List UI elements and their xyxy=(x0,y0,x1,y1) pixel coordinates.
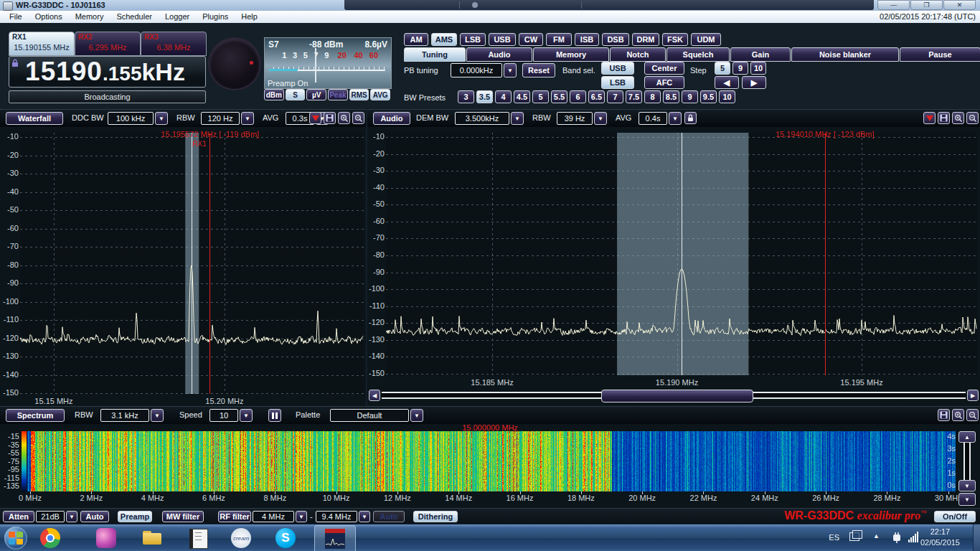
right-rbw-dropdown[interactable]: ▼ xyxy=(594,112,607,125)
minimize-button[interactable]: — xyxy=(877,0,910,10)
mode-dsb[interactable]: DSB xyxy=(602,33,629,46)
right-avg-value[interactable]: 0.4s xyxy=(639,112,667,125)
menu-item-options[interactable]: Options xyxy=(29,11,69,23)
menu-item-file[interactable]: File xyxy=(3,11,29,23)
save-icon[interactable] xyxy=(324,112,336,124)
palette-dropdown[interactable]: ▼ xyxy=(410,409,423,422)
mode-isb[interactable]: ISB xyxy=(575,33,599,46)
palette-value[interactable]: Default xyxy=(330,409,409,422)
rf-filter-high-value[interactable]: 9.4 MHz xyxy=(316,511,357,522)
tab-memory[interactable]: Memory xyxy=(533,47,609,62)
marker-drop-icon[interactable] xyxy=(923,112,936,124)
waterfall-scroll-up-button[interactable]: ▲ xyxy=(958,431,976,443)
bw-preset-4-5[interactable]: 4.5 xyxy=(514,90,530,103)
taskbar-clock[interactable]: 22:17 02/05/2015 xyxy=(920,527,960,548)
pb-reset-button[interactable]: Reset xyxy=(522,63,555,77)
step-10-button[interactable]: 10 xyxy=(750,62,766,75)
tab-notch[interactable]: Notch xyxy=(610,47,666,62)
menu-item-plugins[interactable]: Plugins xyxy=(196,11,235,23)
mode-fsk[interactable]: FSK xyxy=(662,33,688,46)
demod-spectrum-plot[interactable] xyxy=(386,133,977,375)
rf-filter-button[interactable]: RF filter xyxy=(218,511,251,522)
scroll-left-button[interactable]: ◀ xyxy=(369,390,380,401)
tab-pause[interactable]: Pause xyxy=(900,47,980,62)
waterfall-plot[interactable] xyxy=(27,431,956,491)
speed-dropdown[interactable]: ▼ xyxy=(240,409,253,422)
close-button[interactable]: ✕ xyxy=(943,0,976,10)
mode-usb[interactable]: USB xyxy=(489,33,516,46)
bw-preset-9-5[interactable]: 9.5 xyxy=(700,90,717,103)
wf-rbw-value[interactable]: 3.1 kHz xyxy=(100,409,149,422)
waterfall-scrollbar-track[interactable] xyxy=(963,443,971,480)
bw-preset-7[interactable]: 7 xyxy=(607,90,623,103)
zoom-in-icon[interactable] xyxy=(338,112,350,124)
left-rbw-dropdown[interactable]: ▼ xyxy=(241,112,254,125)
bw-preset-3-5[interactable]: 3.5 xyxy=(476,90,493,103)
mode-ams[interactable]: AMS xyxy=(431,33,457,46)
menu-item-memory[interactable]: Memory xyxy=(69,11,110,23)
start-button[interactable] xyxy=(4,527,27,550)
smeter-unit-rms[interactable]: RMS xyxy=(349,89,369,100)
background-window-tabs[interactable] xyxy=(344,0,874,10)
audio-view-button[interactable]: Audio xyxy=(373,112,410,125)
right-avg-dropdown[interactable]: ▼ xyxy=(669,112,682,125)
left-rbw-value[interactable]: 120 Hz xyxy=(201,112,240,125)
bw-preset-5-5[interactable]: 5.5 xyxy=(551,90,567,103)
bw-preset-8[interactable]: 8 xyxy=(644,90,661,103)
center-button[interactable]: Center xyxy=(644,62,684,75)
atten-auto-button[interactable]: Auto xyxy=(80,511,109,522)
restore-button[interactable]: ❐ xyxy=(910,0,943,10)
afc-button[interactable]: AFC xyxy=(644,76,684,89)
folder-icon[interactable] xyxy=(142,528,162,548)
network-signal-tray-icon[interactable] xyxy=(908,532,921,542)
rx-tab-rx1[interactable]: RX115.190155 MHz xyxy=(9,32,75,56)
step-9-button[interactable]: 9 xyxy=(732,62,748,75)
rx-tab-rx3[interactable]: RX36.38 MHz xyxy=(141,32,207,56)
bw-preset-4[interactable]: 4 xyxy=(495,90,512,103)
spectrum-view-button[interactable]: Spectrum xyxy=(6,409,65,422)
menu-item-logger[interactable]: Logger xyxy=(159,11,196,23)
band-usb-button[interactable]: USB xyxy=(601,62,634,75)
frequency-scrollbar-thumb[interactable] xyxy=(601,390,753,402)
smeter-unit-avg[interactable]: AVG xyxy=(370,89,390,100)
mode-cw[interactable]: CW xyxy=(519,33,543,46)
rf-filter-low-value[interactable]: 4 MHz xyxy=(253,511,294,522)
step-down-button[interactable]: ◀ xyxy=(715,76,739,89)
mode-am[interactable]: AM xyxy=(404,33,428,46)
avg-lock-icon[interactable] xyxy=(684,112,697,124)
smeter-unit--v[interactable]: µV xyxy=(306,89,326,100)
bw-preset-9[interactable]: 9 xyxy=(682,90,698,103)
save-icon[interactable] xyxy=(938,409,950,421)
marker-drop-icon[interactable] xyxy=(309,112,321,124)
ddc-bw-dropdown[interactable]: ▼ xyxy=(155,112,168,125)
show-desktop-button[interactable] xyxy=(973,524,980,551)
tuning-knob[interactable] xyxy=(209,39,260,89)
zoom-out-icon[interactable] xyxy=(966,409,979,421)
chrome-icon[interactable] xyxy=(40,528,60,548)
ddc-bw-value[interactable]: 100 kHz xyxy=(108,112,154,125)
window-tray-icon[interactable] xyxy=(849,532,859,541)
zoom-in-icon[interactable] xyxy=(952,409,964,421)
power-plug-tray-icon[interactable] xyxy=(891,531,903,544)
zoom-out-icon[interactable] xyxy=(352,112,364,124)
mw-filter-button[interactable]: MW filter xyxy=(162,511,204,522)
menu-item-scheduler[interactable]: Scheduler xyxy=(110,11,159,23)
document-app-icon[interactable] xyxy=(187,528,207,548)
save-icon[interactable] xyxy=(938,112,950,124)
zoom-in-icon[interactable] xyxy=(952,112,964,124)
dream-app-icon[interactable]: cream xyxy=(231,528,251,548)
excalibur-app-taskbar-item[interactable] xyxy=(314,525,356,551)
dem-bw-dropdown[interactable]: ▼ xyxy=(511,112,524,125)
scroll-right-button[interactable]: ▶ xyxy=(967,390,979,401)
preamp-button[interactable]: Preamp xyxy=(118,511,152,522)
bw-preset-3[interactable]: 3 xyxy=(458,90,474,103)
skype-icon[interactable]: S xyxy=(275,528,296,548)
mode-fm[interactable]: FM xyxy=(546,33,572,46)
ddc-spectrum-plot[interactable] xyxy=(20,133,364,394)
frequency-display[interactable]: 15190.155kHz xyxy=(9,56,206,88)
smeter-unit-dbm[interactable]: dBm xyxy=(264,89,284,100)
tab-squelch[interactable]: Squelch xyxy=(666,47,730,62)
tab-noise-blanker[interactable]: Noise blanker xyxy=(791,47,899,62)
waterfall-options-dropdown[interactable]: ▼ xyxy=(958,493,976,506)
smeter-unit-peak[interactable]: Peak xyxy=(328,89,348,100)
